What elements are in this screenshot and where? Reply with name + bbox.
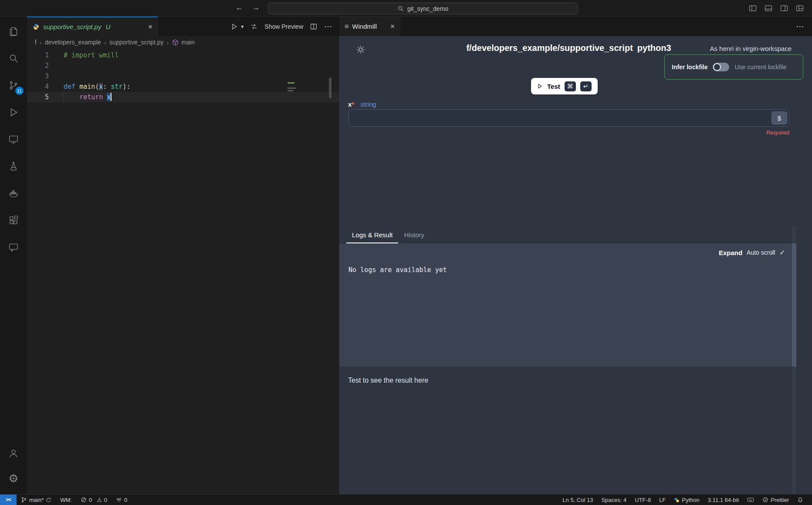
scrollbar-thumb[interactable] [792,243,796,367]
warning-icon: ⚠ [97,497,102,503]
required-star: * [352,101,354,108]
result-tabs: Logs & Result History [339,227,792,243]
eol-status[interactable]: LF [659,497,666,503]
split-editor-icon[interactable] [310,23,318,30]
editor-tab-bar: supportive_script.py U × ▾ Show Preview … [27,17,339,36]
toggle-secondary-sidebar-icon[interactable] [780,4,788,13]
tab-label: supportive_script.py [43,23,101,30]
interpreter-version[interactable]: 3.11.1 64-bit [708,497,739,503]
prettier-status[interactable]: Prettier [762,497,789,503]
run-debug-icon[interactable] [0,101,27,124]
test-button-label: Test [547,83,560,90]
code-text: # import wmill [49,50,118,61]
line-number: 1 [27,50,49,61]
problems-status[interactable]: 0 ⚠ 0 [81,497,107,503]
code-text [49,61,64,71]
expand-button[interactable]: Expand [719,249,742,256]
chat-icon[interactable] [0,236,27,259]
source-control-icon[interactable]: 11 [0,74,27,97]
customize-layout-icon[interactable] [795,4,804,13]
more-actions-icon[interactable]: ⋯ [796,17,812,36]
workspace-title: git_sync_demo [407,5,448,12]
tab-logs-result[interactable]: Logs & Result [346,227,398,243]
argument-label: x* string [348,101,376,108]
code-line[interactable]: 3 [27,71,339,81]
source-control-badge: 11 [15,87,24,95]
test-button[interactable]: Test ⌘ ↵ [531,78,598,94]
explorer-icon[interactable] [0,20,27,43]
settings-gear-icon[interactable]: ⚙ [0,467,27,490]
accounts-icon[interactable] [0,442,27,465]
remote-indicator[interactable]: >< [0,495,17,505]
argument-x-input[interactable] [348,109,789,127]
breadcrumb-folder[interactable]: f [35,39,37,46]
breadcrumb: f › developers_example › supportive_scri… [27,36,339,48]
docker-icon[interactable] [0,182,27,205]
check-icon: ✓ [779,249,785,256]
toggle-sidebar-icon[interactable] [748,4,757,13]
cmd-key-icon: ⌘ [565,81,576,91]
status-bar: >< main* WM: 0 ⚠ 0 [0,494,812,505]
search-sidebar-icon[interactable] [0,47,27,70]
breadcrumb-folder[interactable]: developers_example [45,39,101,46]
tab-history[interactable]: History [398,227,430,243]
ports-status[interactable]: 0 [116,497,127,503]
keyboard-icon[interactable] [747,497,754,503]
run-context-label: As henri in virgin-workspace [710,45,792,52]
run-dropdown-icon[interactable]: ▾ [241,24,244,30]
tab-close-icon[interactable]: × [390,23,395,30]
toggle-knob [713,63,721,71]
code-line[interactable]: 5 return x [27,92,339,102]
cursor-position[interactable]: Ln 5, Col 13 [562,497,593,503]
breadcrumb-file[interactable]: supportive_script.py [109,39,164,46]
git-branch-icon [21,497,27,503]
testing-icon[interactable] [0,155,27,178]
remote-explorer-icon[interactable] [0,128,27,151]
language-mode[interactable]: Python [674,497,699,503]
open-changes-icon[interactable] [250,23,258,30]
breadcrumb-symbol[interactable]: main [182,39,195,46]
webview-icon: ≡ [345,23,348,30]
command-center[interactable]: git_sync_demo [268,3,578,14]
code-editor[interactable]: 1# import wmill234def main(x: str):5 ret… [27,48,339,102]
toggle-panel-icon[interactable] [764,4,773,13]
tab-close-icon[interactable]: × [148,23,152,30]
lockfile-toggle[interactable] [713,63,729,71]
variable-picker-button[interactable]: $ [771,111,787,125]
result-placeholder: Test to see the result here [348,377,428,384]
autoscroll-label[interactable]: Auto scroll [747,249,775,256]
notifications-bell-icon[interactable] [797,497,803,503]
code-line[interactable]: 1# import wmill [27,50,339,61]
sync-icon [46,497,51,503]
python-logo-icon [674,497,680,503]
webview-scrollbar[interactable] [792,227,796,494]
activity-bar: 11 ⚙ [0,17,27,494]
code-text: return x [49,92,112,102]
tab-supportive-script[interactable]: supportive_script.py U × [27,17,158,36]
windmill-status[interactable]: WM: [60,497,72,503]
code-text [49,71,64,81]
more-actions-icon[interactable]: ⋯ [324,21,332,31]
use-current-lockfile-label: Use current lockfile [734,64,786,71]
tab-windmill[interactable]: ≡ Windmill × [339,17,400,36]
code-text: def main(x: str): [49,81,131,92]
show-preview-button[interactable]: Show Preview [264,23,303,30]
minimap[interactable] [288,82,301,93]
run-file-icon[interactable] [230,23,238,30]
play-icon [537,83,543,89]
argument-type: string [360,101,376,108]
logs-empty-message: No logs are available yet [348,266,447,274]
git-branch-status[interactable]: main* [21,497,51,503]
code-line[interactable]: 2 [27,61,339,71]
line-number: 3 [27,71,49,81]
logs-panel: Expand Auto scroll ✓ No logs are availab… [339,243,792,367]
extensions-icon[interactable] [0,209,27,232]
back-icon[interactable]: ← [235,3,243,12]
search-icon [398,6,404,12]
encoding-status[interactable]: UTF-8 [635,497,651,503]
editor-scrollbar[interactable] [329,77,332,98]
indentation-status[interactable]: Spaces: 4 [601,497,626,503]
forward-icon[interactable]: → [252,3,260,12]
chevron-right-icon: › [40,39,42,46]
line-number: 2 [27,61,49,71]
